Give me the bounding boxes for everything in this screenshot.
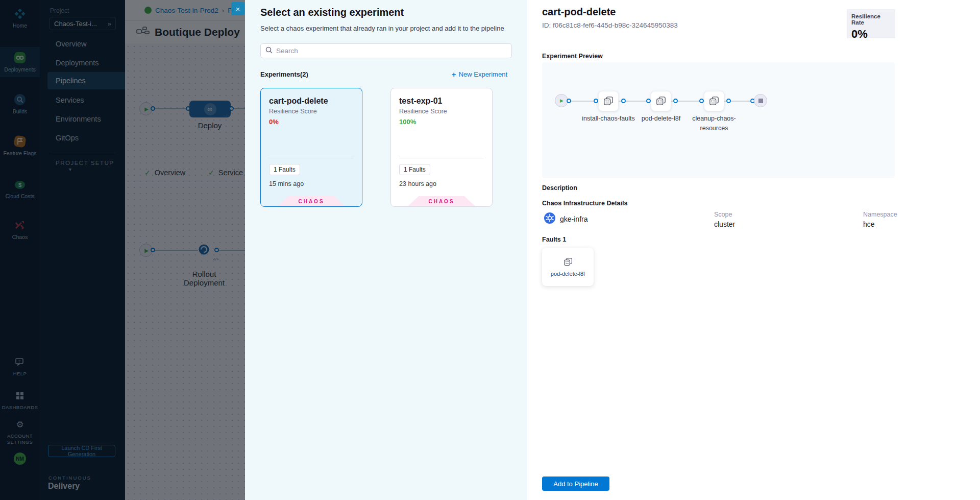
play-icon: ▶ [560, 98, 564, 103]
new-experiment-link[interactable]: + New Experiment [452, 70, 507, 79]
scope-label: Scope [714, 211, 735, 218]
experiment-id: ID: f06c81c8-fef6-445d-b98c-324645950383 [542, 21, 678, 29]
search-input[interactable] [276, 47, 507, 55]
resilience-rate-box: Resilience Rate 0% [847, 9, 895, 38]
edge-port [594, 99, 598, 103]
divider [399, 158, 484, 158]
resilience-rate-label: Resilience Rate [851, 13, 891, 26]
experiment-preview-label: Experiment Preview [542, 53, 603, 60]
last-updated: 23 hours ago [399, 180, 436, 187]
last-updated: 15 mins ago [269, 180, 304, 187]
edge-port [673, 99, 678, 103]
experiments-count-header: Experiments(2) [260, 70, 308, 78]
experiment-name: test-exp-01 [399, 97, 484, 106]
experiment-card-cart-pod-delete[interactable]: cart-pod-delete Resilience Score 0% 1 Fa… [260, 88, 362, 207]
close-icon[interactable]: × [231, 2, 244, 15]
edge-port [646, 99, 651, 103]
resilience-score-label: Resilience Score [269, 108, 354, 115]
chaos-tag: CHAOS [428, 199, 454, 204]
edge-port [699, 99, 704, 103]
description-label: Description [542, 184, 577, 192]
chaos-tag-ribbon: CHAOS [278, 196, 345, 206]
namespace-field: Namespace hce [863, 211, 897, 228]
scope-value: cluster [714, 220, 735, 228]
infra-details-label: Chaos Infrastructure Details [542, 200, 627, 207]
resilience-rate-value: 0% [851, 28, 891, 41]
infra-row: gke-infra [544, 212, 587, 226]
step-label: pod-delete-l8f [633, 114, 689, 124]
step-cleanup-chaos-resources[interactable] [704, 91, 724, 111]
new-experiment-label: New Experiment [459, 70, 507, 78]
faults-section-label: Faults 1 [542, 236, 566, 243]
edge-port [567, 99, 571, 103]
fault-step-icon [709, 96, 719, 106]
fault-step-icon [603, 96, 614, 106]
screen: Home Deployments Builds Feature Flags $ … [0, 0, 980, 500]
infra-name: gke-infra [560, 215, 587, 223]
step-pod-delete-l8f[interactable] [651, 91, 671, 111]
search-box[interactable] [260, 43, 512, 58]
chaos-tag-ribbon: CHAOS [408, 196, 475, 206]
experiment-preview-diagram: ▶ install-chaos-faults pod-delete-l8f cl… [542, 62, 895, 178]
edge-port [726, 99, 731, 103]
resilience-score-label: Resilience Score [399, 108, 484, 115]
fault-card-pod-delete-l8f[interactable]: pod-delete-l8f [542, 248, 594, 286]
add-to-pipeline-button[interactable]: Add to Pipeline [542, 477, 609, 491]
modal-subtitle: Select a chaos experiment that already r… [260, 25, 504, 32]
search-icon [265, 46, 273, 56]
namespace-label: Namespace [863, 211, 897, 218]
step-label: cleanup-chaos-resources [686, 114, 742, 134]
chaos-tag: CHAOS [298, 199, 324, 204]
plus-icon: + [452, 70, 456, 79]
experiment-title: cart-pod-delete [542, 6, 616, 18]
resilience-score-value: 100% [399, 118, 484, 126]
faults-count-badge: 1 Faults [269, 164, 300, 175]
kubernetes-icon [544, 212, 556, 226]
experiment-details-panel: cart-pod-delete ID: f06c81c8-fef6-445d-b… [527, 0, 980, 500]
namespace-value: hce [863, 220, 897, 228]
faults-count-badge: 1 Faults [399, 164, 430, 175]
fault-name: pod-delete-l8f [551, 271, 585, 277]
experiment-select-panel: Select an existing experiment Select a c… [245, 0, 527, 500]
modal-title: Select an existing experiment [260, 7, 404, 18]
divider [269, 158, 354, 158]
step-label: install-chaos-faults [580, 114, 636, 124]
stop-icon [758, 99, 763, 103]
experiment-name: cart-pod-delete [269, 97, 354, 106]
edge-port [621, 99, 626, 103]
scope-field: Scope cluster [714, 211, 735, 228]
preview-end-node [754, 94, 767, 107]
fault-step-icon [656, 96, 666, 106]
resilience-score-value: 0% [269, 118, 354, 126]
step-install-chaos-faults[interactable] [598, 91, 619, 111]
experiment-card-test-exp-01[interactable]: test-exp-01 Resilience Score 100% 1 Faul… [390, 88, 493, 207]
fault-icon [564, 257, 573, 267]
